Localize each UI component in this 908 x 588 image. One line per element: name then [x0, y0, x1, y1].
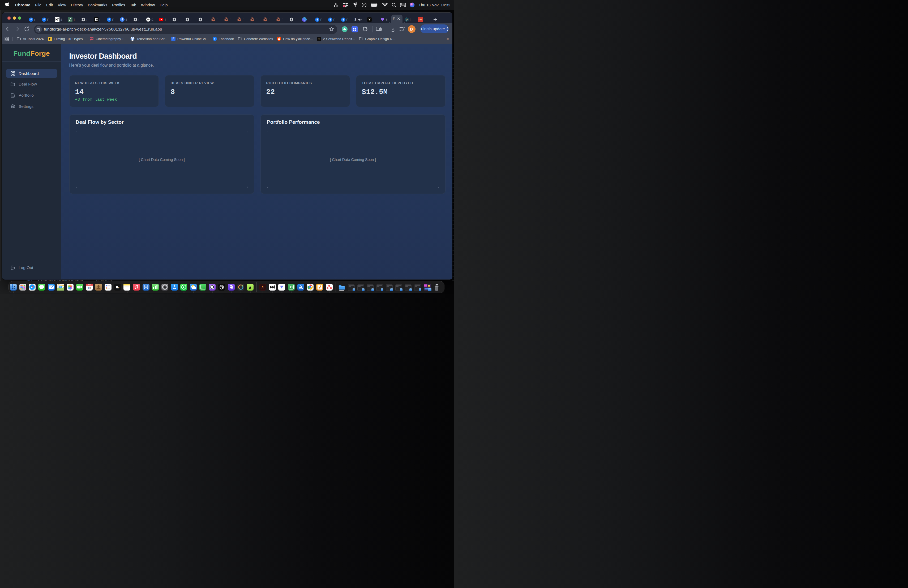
- svg-text:A&G: A&G: [418, 19, 422, 21]
- svg-text:Ai: Ai: [261, 286, 264, 289]
- svg-text:a: a: [249, 285, 251, 290]
- svg-text:13: 13: [87, 286, 91, 290]
- svg-text:D: D: [406, 18, 407, 21]
- svg-text:2: 2: [343, 5, 345, 7]
- svg-text:NOV: NOV: [88, 284, 90, 285]
- svg-text:C: C: [303, 18, 305, 21]
- svg-text:tv: tv: [118, 287, 119, 289]
